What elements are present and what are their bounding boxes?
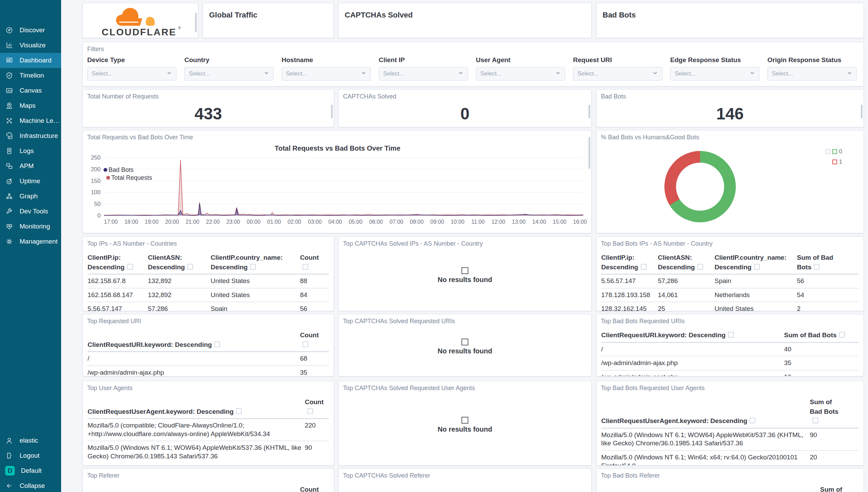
sidebar-item-infrastructure[interactable]: Infrastructure <box>0 128 61 143</box>
filter-request-uri: Request URISelect... <box>573 56 662 81</box>
column-header-1[interactable]: ClientIP.ip: Descending <box>88 253 148 272</box>
x-axis-tick-label: 10:00 <box>451 219 465 225</box>
filter-select[interactable]: Select... <box>573 67 662 81</box>
sidebar-item-uptime[interactable]: Uptime <box>0 174 61 189</box>
column-header-2[interactable]: Sum of Bad Bots <box>784 330 859 340</box>
column-header-3[interactable]: ClientIP.country_name: Descending <box>211 253 300 272</box>
filter-edge-response-status: Edge Response StatusSelect... <box>670 56 760 81</box>
x-axis-tick-label: 13:00 <box>512 219 526 225</box>
column-header-1[interactable]: ClientIP.ip: Descending <box>601 253 658 272</box>
column-header-2[interactable]: Sum of Bad Bots <box>810 397 859 426</box>
sidebar-item-maps[interactable]: Maps <box>0 98 61 113</box>
sidebar-item-dev-tools[interactable]: Dev Tools <box>0 204 61 219</box>
filter-select[interactable]: Select... <box>670 67 760 81</box>
column-header-2[interactable]: Count <box>305 397 329 416</box>
filter-select[interactable]: Select... <box>184 67 274 81</box>
table-cell: Netherlands <box>715 291 797 300</box>
sidebar-item-label: Visualize <box>20 42 46 49</box>
x-axis-tick-label: 02:00 <box>287 219 301 225</box>
chevron-down-icon <box>652 70 658 78</box>
column-header-1[interactable]: ClientRequestURI.keyword: Descending <box>601 330 784 340</box>
donut-legend-entry-1[interactable]: 1 <box>825 159 842 165</box>
column-header-2[interactable]: Count <box>300 330 329 349</box>
column-header-3[interactable]: ClientIP.country_name: Descending <box>715 253 797 272</box>
legend-label[interactable]: Total Requests <box>111 174 152 181</box>
donut-legend-entry-0[interactable]: 0 <box>825 148 842 155</box>
legend-marker[interactable] <box>104 168 107 172</box>
kibana-cloudflare-dashboard: { "sidebar": { "items": [ {"label":"Disc… <box>0 0 868 492</box>
sidebar-item-apm[interactable]: APM <box>0 159 61 174</box>
filter-select[interactable]: Select... <box>379 67 468 81</box>
sidebar-item-default[interactable]: DDefault <box>0 463 61 478</box>
filter-select[interactable]: Select... <box>476 67 565 81</box>
collapse-arrow-icon <box>5 482 13 490</box>
sidebar-item-graph[interactable]: Graph <box>0 189 61 204</box>
panel-scrollbar[interactable] <box>861 105 863 118</box>
svg-text:CLOUDFLARE: CLOUDFLARE <box>102 27 176 37</box>
panel-title: Top Referer <box>83 469 334 479</box>
total-requests-metric-panel: Total Number of Requests 433 <box>82 89 334 127</box>
panel-title: Top CAPTCHAs Solved Requested User Agent… <box>339 381 591 392</box>
sort-checkbox-icon <box>250 264 256 270</box>
sidebar-item-label: Collapse <box>20 482 45 490</box>
sort-checkbox-icon <box>127 264 133 270</box>
chevron-down-icon <box>264 70 269 78</box>
column-header-1[interactable]: ClientRequestUserAgent.keyword: Descendi… <box>601 416 810 426</box>
y-axis-tick-label: 200 <box>91 166 101 173</box>
captchas-solved-metric-panel: CAPTCHAs Solved 0 <box>338 89 592 127</box>
column-header-1[interactable]: ClientRequestUserAgent.keyword: Descendi… <box>88 407 305 417</box>
filter-select[interactable]: Select... <box>767 67 857 81</box>
column-header-2[interactable]: Sum of Bad Bots <box>820 485 859 492</box>
column-header-4[interactable]: Sum of Bad Bots <box>797 253 859 272</box>
column-header-label: Count <box>300 485 321 492</box>
filter-select[interactable]: Select... <box>282 67 371 81</box>
sidebar-item-visualize[interactable]: Visualize <box>0 38 61 53</box>
sort-checkbox-icon <box>754 264 760 270</box>
column-header-1[interactable]: ClientRequestURI.keyword: Descending <box>88 340 300 350</box>
legend-label[interactable]: Bad Bots <box>108 166 134 173</box>
filter-label: Request URI <box>573 56 662 64</box>
sidebar-item-label: Graph <box>20 192 38 200</box>
column-header-label: Sum of Bad Bots <box>810 397 844 426</box>
sidebar-item-management[interactable]: Management <box>0 234 61 249</box>
column-header-4[interactable]: Count <box>300 253 329 272</box>
table-cell: 88 <box>300 277 329 285</box>
sidebar-item-label: Discover <box>20 26 45 34</box>
column-header-2[interactable]: Count <box>300 485 329 492</box>
x-axis-tick-label: 22:00 <box>206 219 220 225</box>
table-cell: / <box>601 345 784 354</box>
sidebar-item-machine-le[interactable]: Machine Le… <box>0 113 61 128</box>
donut-chart[interactable] <box>664 151 736 222</box>
column-header-2[interactable]: ClientASN: Descending <box>658 253 715 272</box>
panel-scrollbar[interactable] <box>331 105 333 118</box>
panel-scrollbar[interactable] <box>589 105 590 118</box>
machine-learning-icon <box>5 117 13 125</box>
filter-label: User Agent <box>476 56 565 64</box>
panel-scrollbar[interactable] <box>195 13 197 32</box>
sidebar-nav: DiscoverVisualizeDashboardTimelionCanvas… <box>0 0 61 249</box>
sidebar-item-discover[interactable]: Discover <box>0 23 61 38</box>
legend-marker[interactable] <box>106 176 110 180</box>
sidebar-item-timelion[interactable]: Timelion <box>0 68 61 83</box>
sidebar-item-monitoring[interactable]: Monitoring <box>0 219 61 234</box>
sidebar-item-logout[interactable]: Logout <box>0 448 61 463</box>
top-captchas-uris-panel: Top CAPTCHAs Solved Requested URIs No re… <box>338 314 592 376</box>
sidebar-item-collapse[interactable]: Collapse <box>0 478 61 492</box>
sort-checkbox-icon <box>812 418 818 423</box>
table-cell: Mozilla/5.0 (Windows NT 6.1; Win64; x64;… <box>601 453 810 466</box>
table-header-row: ClientRequestURI.keyword: DescendingCoun… <box>88 330 329 352</box>
table-row: /wp-admin/admin-post.php16 <box>601 370 859 376</box>
table-cell: 54 <box>797 291 859 300</box>
sidebar-item-logs[interactable]: Logs <box>0 143 61 159</box>
sidebar-item-dashboard[interactable]: Dashboard <box>0 53 61 68</box>
donut-legend: 01 <box>825 148 842 169</box>
filter-select[interactable]: Select... <box>87 67 176 81</box>
sidebar-item-elastic[interactable]: elastic <box>0 433 61 448</box>
sidebar-item-canvas[interactable]: Canvas <box>0 83 61 98</box>
column-header-2[interactable]: ClientASN: Descending <box>148 253 211 272</box>
panel-scrollbar[interactable] <box>589 137 590 169</box>
filter-label: Edge Response Status <box>670 56 760 64</box>
table-cell: 90 <box>810 431 859 448</box>
infrastructure-icon <box>5 132 13 140</box>
table-cell: 57,286 <box>148 305 211 311</box>
